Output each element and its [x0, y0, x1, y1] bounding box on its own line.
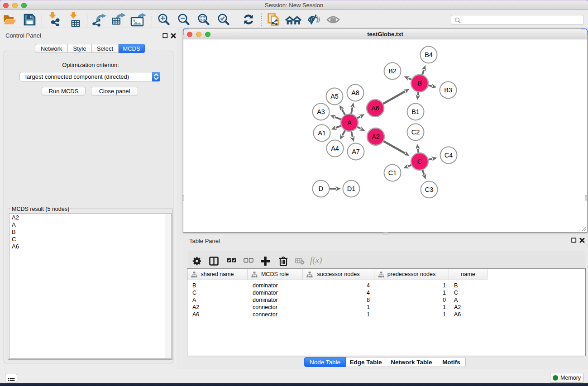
- svg-text:B: B: [417, 80, 422, 87]
- svg-text:A3: A3: [317, 108, 325, 115]
- svg-text:A1: A1: [318, 129, 326, 137]
- svg-text:C3: C3: [425, 186, 434, 193]
- svg-text:C1: C1: [388, 169, 397, 176]
- svg-text:B1: B1: [411, 108, 420, 115]
- svg-text:D: D: [319, 185, 323, 192]
- svg-text:D1: D1: [347, 185, 356, 192]
- svg-text:A4: A4: [331, 145, 339, 152]
- svg-text:C2: C2: [411, 129, 420, 136]
- svg-text:B4: B4: [425, 51, 433, 58]
- svg-text:C4: C4: [445, 152, 453, 159]
- svg-text:A8: A8: [351, 89, 359, 96]
- svg-text:C: C: [417, 158, 422, 165]
- svg-text:A2: A2: [372, 133, 380, 140]
- svg-text:A: A: [347, 119, 352, 126]
- svg-text:A6: A6: [371, 105, 379, 112]
- svg-text:B3: B3: [444, 86, 452, 94]
- svg-text:A5: A5: [330, 93, 339, 100]
- svg-text:B2: B2: [388, 67, 397, 75]
- svg-text:A7: A7: [352, 148, 360, 155]
